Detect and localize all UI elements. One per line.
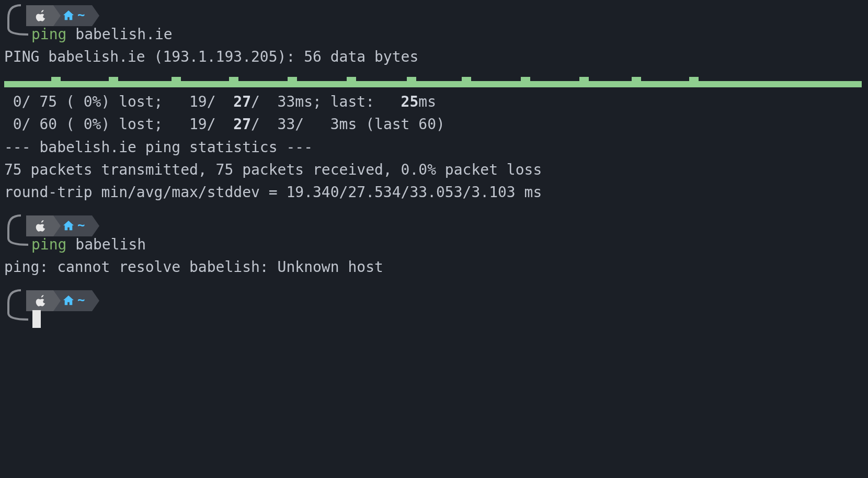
ping-bar [229,77,238,87]
ping-error: ping: cannot resolve babelish: Unknown h… [0,256,868,278]
cmd-arg-1: babelish.ie [75,26,172,43]
ping-bar [51,77,61,87]
ping-bar [407,77,416,87]
ping-stats-header: --- babelish.ie ping statistics --- [0,136,868,158]
ping-bar [109,77,118,87]
ping-bar [172,77,181,87]
ping-summary-line-2: 0/ 60 ( 0%) lost; 19/ 27/ 33/ 3ms (last … [0,113,868,135]
ping-header: PING babelish.ie (193.1.193.205): 56 dat… [0,45,868,68]
home-icon [63,10,74,21]
prompt-connector-2 [5,213,31,250]
ping-bar [579,77,589,87]
ping-stats-tx: 75 packets transmitted, 75 packets recei… [0,158,868,181]
prompt-badge-2: ~ [0,213,868,233]
ping-bar [521,77,530,87]
ping-bar [632,77,641,87]
cursor [32,310,41,328]
ping-bar [462,77,471,87]
ping-stats-rt: round-trip min/avg/max/stddev = 19.340/2… [0,181,868,203]
command-line-2[interactable]: ping babelish [0,233,868,256]
ping-bar [689,77,699,87]
command-line-1[interactable]: ping babelish.ie [0,23,868,45]
cmd-name-1: ping [31,26,66,43]
home-icon [63,295,74,306]
ping-bar [288,77,297,87]
ping-summary-line-1: 0/ 75 ( 0%) lost; 19/ 27/ 33ms; last: 25… [0,90,868,113]
prompt-connector-3 [5,288,31,325]
ping-bar [347,77,356,87]
prompt-badge-1: ~ [0,3,868,23]
prompt-badge-3: ~ [0,288,868,308]
ping-latency-graph [4,74,862,87]
cmd-name-2: ping [31,236,66,253]
cmd-arg-2: babelish [75,236,146,253]
prompt-connector-1 [5,3,31,40]
home-icon [63,221,74,231]
command-line-3[interactable] [0,308,868,331]
